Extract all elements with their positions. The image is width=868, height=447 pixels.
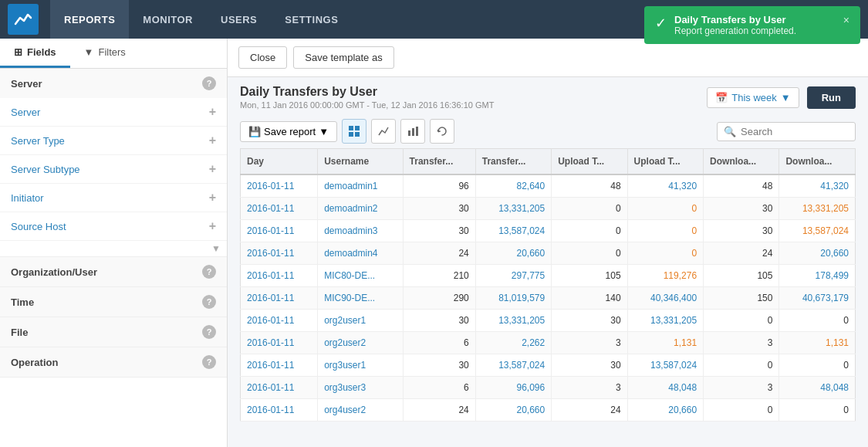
- close-button[interactable]: Close: [238, 46, 287, 69]
- tab-fields[interactable]: ⊞ Fields: [0, 39, 70, 68]
- cell-upload1: 30: [552, 310, 627, 332]
- col-header-download2[interactable]: Downloa...: [779, 149, 856, 175]
- field-group-server-header[interactable]: Server ?: [0, 69, 227, 98]
- time-group-info-icon[interactable]: ?: [202, 295, 216, 309]
- col-header-username[interactable]: Username: [318, 149, 403, 175]
- field-item-server[interactable]: Server +: [0, 98, 227, 127]
- calendar-icon: 📅: [715, 92, 728, 103]
- field-group-operation-header[interactable]: Operation ?: [0, 347, 227, 377]
- cell-username[interactable]: demoadmin2: [318, 198, 403, 220]
- cell-transfer2[interactable]: 20,660: [475, 399, 551, 422]
- cell-transfer2[interactable]: 13,331,205: [475, 310, 551, 332]
- cell-username[interactable]: demoadmin1: [318, 174, 403, 198]
- date-range-selector[interactable]: 📅 This week ▼: [707, 87, 799, 108]
- cell-transfer2[interactable]: 297,775: [475, 265, 551, 287]
- table-row: 2016-01-11org3user3696,096348,048348,048: [241, 377, 856, 399]
- cell-day[interactable]: 2016-01-11: [241, 310, 318, 332]
- cell-day[interactable]: 2016-01-11: [241, 265, 318, 287]
- cell-upload2[interactable]: 40,346,400: [627, 287, 703, 310]
- cell-username[interactable]: org3user1: [318, 354, 403, 377]
- cell-day[interactable]: 2016-01-11: [241, 174, 318, 198]
- cell-username[interactable]: demoadmin4: [318, 242, 403, 265]
- col-header-day[interactable]: Day: [241, 149, 318, 175]
- cell-day[interactable]: 2016-01-11: [241, 242, 318, 265]
- cell-username[interactable]: MIC90-DE...: [318, 287, 403, 310]
- cell-transfer2[interactable]: 81,019,579: [475, 287, 551, 310]
- field-server-subtype-add-icon[interactable]: +: [209, 162, 216, 176]
- server-group-info-icon[interactable]: ?: [202, 76, 216, 90]
- cell-transfer2[interactable]: 13,331,205: [475, 198, 551, 220]
- report-title: Daily Transfers by User: [240, 85, 494, 99]
- nav-users[interactable]: USERS: [207, 0, 271, 39]
- main-layout: ⊞ Fields ▼ Filters Server ? Server +: [0, 39, 868, 447]
- field-server-add-icon[interactable]: +: [209, 105, 216, 119]
- filter-icon: ▼: [84, 46, 94, 58]
- cell-day[interactable]: 2016-01-11: [241, 377, 318, 399]
- cell-username[interactable]: org2user2: [318, 332, 403, 354]
- cell-transfer2[interactable]: 82,640: [475, 174, 551, 198]
- cell-upload2[interactable]: 13,587,024: [627, 354, 703, 377]
- field-server-type-add-icon[interactable]: +: [209, 134, 216, 147]
- field-group-server: Server ? Server + Server Type + Server S…: [0, 69, 227, 257]
- cell-transfer1: 210: [403, 265, 475, 287]
- line-chart-view-button[interactable]: [371, 119, 396, 144]
- field-group-org-user-header[interactable]: Organization/User ?: [0, 257, 227, 286]
- cell-transfer2[interactable]: 13,587,024: [475, 354, 551, 377]
- cell-day[interactable]: 2016-01-11: [241, 287, 318, 310]
- cell-username[interactable]: demoadmin3: [318, 220, 403, 242]
- nav-monitor[interactable]: MONITOR: [129, 0, 207, 39]
- cell-transfer2[interactable]: 2,262: [475, 332, 551, 354]
- col-header-transfer2[interactable]: Transfer...: [475, 149, 551, 175]
- cell-username[interactable]: org3user3: [318, 377, 403, 399]
- cell-transfer2[interactable]: 13,587,024: [475, 220, 551, 242]
- field-group-file-header[interactable]: File ?: [0, 317, 227, 347]
- save-report-dropdown[interactable]: 💾 Save report ▼: [240, 121, 337, 142]
- tab-filters[interactable]: ▼ Filters: [70, 39, 140, 68]
- cell-download2[interactable]: 178,499: [779, 265, 856, 287]
- field-item-server-type[interactable]: Server Type +: [0, 127, 227, 155]
- file-group-info-icon[interactable]: ?: [202, 325, 216, 339]
- refresh-button[interactable]: [430, 119, 454, 144]
- bar-chart-view-button[interactable]: [400, 119, 425, 144]
- toast-close-button[interactable]: ×: [843, 14, 849, 26]
- cell-upload2[interactable]: 20,660: [627, 399, 703, 422]
- org-user-group-title: Organization/User: [11, 266, 97, 278]
- col-header-upload2[interactable]: Upload T...: [627, 149, 703, 175]
- cell-upload2[interactable]: 48,048: [627, 377, 703, 399]
- cell-transfer2[interactable]: 20,660: [475, 242, 551, 265]
- field-group-time-header[interactable]: Time ?: [0, 287, 227, 317]
- cell-day[interactable]: 2016-01-11: [241, 198, 318, 220]
- cell-download2[interactable]: 41,320: [779, 174, 856, 198]
- search-input[interactable]: [741, 126, 849, 137]
- col-header-upload1[interactable]: Upload T...: [552, 149, 627, 175]
- cell-day[interactable]: 2016-01-11: [241, 220, 318, 242]
- col-header-download1[interactable]: Downloa...: [704, 149, 779, 175]
- cell-upload2[interactable]: 41,320: [627, 174, 703, 198]
- run-button[interactable]: Run: [807, 86, 856, 109]
- operation-group-info-icon[interactable]: ?: [202, 355, 216, 369]
- nav-reports[interactable]: REPORTS: [50, 0, 129, 39]
- cell-username[interactable]: MIC80-DE...: [318, 265, 403, 287]
- col-header-transfer1[interactable]: Transfer...: [403, 149, 475, 175]
- cell-day[interactable]: 2016-01-11: [241, 399, 318, 422]
- save-template-button[interactable]: Save template as: [293, 46, 393, 69]
- cell-upload2[interactable]: 13,331,205: [627, 310, 703, 332]
- field-item-server-subtype[interactable]: Server Subtype +: [0, 155, 227, 184]
- data-table-container: Day Username Transfer... Transfer... Upl…: [228, 148, 868, 447]
- org-user-group-info-icon[interactable]: ?: [202, 265, 216, 279]
- cell-download2[interactable]: 40,673,179: [779, 287, 856, 310]
- cell-day[interactable]: 2016-01-11: [241, 354, 318, 377]
- save-report-chevron: ▼: [319, 126, 329, 137]
- cell-day[interactable]: 2016-01-11: [241, 332, 318, 354]
- field-item-source-host[interactable]: Source Host +: [0, 212, 227, 241]
- field-source-host-add-icon[interactable]: +: [209, 219, 216, 233]
- field-initiator-add-icon[interactable]: +: [209, 191, 216, 205]
- nav-settings[interactable]: SETTINGS: [271, 0, 352, 39]
- cell-username[interactable]: org2user1: [318, 310, 403, 332]
- cell-transfer2[interactable]: 96,096: [475, 377, 551, 399]
- cell-username[interactable]: org4user2: [318, 399, 403, 422]
- cell-download2[interactable]: 48,048: [779, 377, 856, 399]
- table-view-button[interactable]: [342, 119, 366, 144]
- field-item-initiator[interactable]: Initiator +: [0, 184, 227, 212]
- cell-download2[interactable]: 20,660: [779, 242, 856, 265]
